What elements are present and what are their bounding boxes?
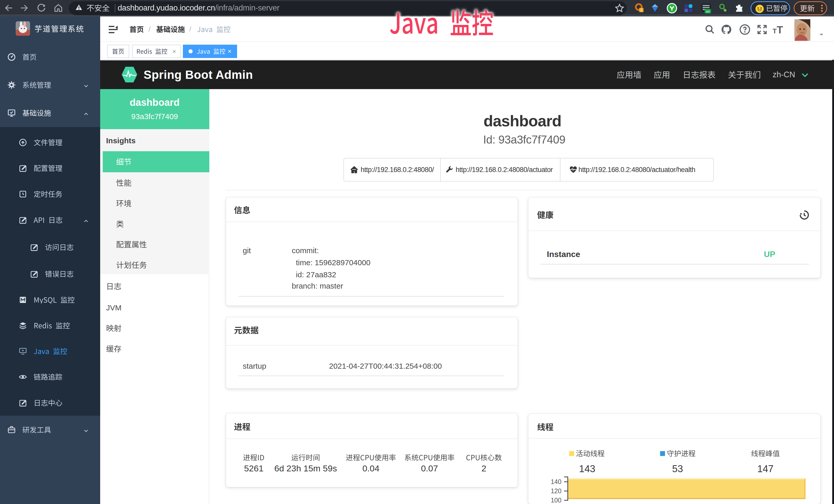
svg-text:on: on — [706, 10, 710, 13]
svg-text:1: 1 — [640, 8, 642, 12]
